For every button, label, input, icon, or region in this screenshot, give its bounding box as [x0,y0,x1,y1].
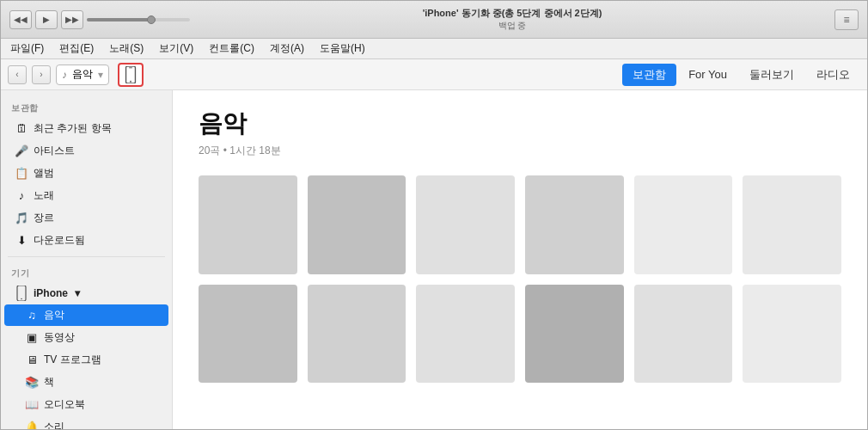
sidebar-item-tv-label: TV 프로그램 [44,353,101,367]
album-item-1[interactable] [199,175,297,274]
album-art-2 [308,175,406,274]
album-item-10[interactable] [525,285,624,384]
menu-help[interactable]: 도움말(H) [317,40,368,57]
tab-library[interactable]: 보관함 [622,64,676,86]
main-window: ◀◀ ▶ ▶▶ 'iPhone' 동기화 중(총 5단계 중에서 2단계) 백업… [0,0,868,430]
album-art-10 [525,285,624,384]
downloads-icon: ⬇ [15,234,28,248]
main-content: 보관합 🗓 최근 추가된 항목 🎤 아티스트 📋 앨범 ♪ 노래 🎵 장르 [1,90,867,429]
progress-area [87,18,190,22]
album-art-7 [199,285,297,384]
album-art-4 [525,175,624,274]
sync-title: 'iPhone' 동기화 중(총 5단계 중에서 2단계) [423,7,602,20]
album-item-11[interactable] [634,285,733,384]
sidebar-item-recent-label: 최근 추가된 항목 [34,121,112,136]
menu-account[interactable]: 계정(A) [267,40,307,57]
album-item-6[interactable] [743,175,841,274]
recent-icon: 🗓 [15,122,28,136]
sidebar-item-tv[interactable]: 🖥 TV 프로그램 [4,349,168,371]
sidebar-item-movies[interactable]: ▣ 동영상 [4,327,168,348]
album-item-8[interactable] [308,285,406,384]
menubar: 파일(F) 편집(E) 노래(S) 보기(V) 컨트롤(C) 계정(A) 도움말… [1,39,867,59]
album-item-4[interactable] [525,175,624,274]
nav-tabs: 보관함 For You 둘러보기 라디오 [622,64,860,86]
album-art-6 [743,175,841,274]
album-item-3[interactable] [416,175,515,274]
sidebar-item-audiobooks[interactable]: 📖 오디오북 [4,394,168,415]
sidebar-item-music[interactable]: ♫ 음악 [4,304,168,326]
album-art-3 [416,175,515,274]
sidebar-item-recent[interactable]: 🗓 최근 추가된 항목 [4,118,168,139]
album-item-7[interactable] [199,285,297,384]
sidebar-item-albums[interactable]: 📋 앨범 [4,163,168,184]
progress-bar[interactable] [87,18,190,22]
sidebar: 보관합 🗓 최근 추가된 항목 🎤 아티스트 📋 앨범 ♪ 노래 🎵 장르 [1,90,173,429]
sidebar-item-artists-label: 아티스트 [34,144,75,158]
sync-subtitle: 백업 중 [498,20,527,32]
svg-point-2 [130,80,131,82]
device-iphone-icon [15,286,28,300]
audiobooks-icon: 📖 [25,398,39,412]
titlebar-right: ≡ [834,9,859,30]
content-title: 음악 [199,108,841,140]
list-view-button[interactable]: ≡ [834,9,859,30]
toolbar: ‹ › ♪ 음악 ▾ 보관함 For You 둘러보기 라디오 [1,59,867,90]
sidebar-item-audiobooks-label: 오디오북 [44,397,85,412]
source-dropdown-icon: ▾ [98,69,103,81]
progress-thumb [147,15,156,24]
album-item-9[interactable] [416,285,515,384]
sidebar-item-tones[interactable]: 🔔 소리 [4,416,168,429]
album-item-5[interactable] [634,175,733,274]
music-note-icon: ♪ [62,69,67,81]
album-art-5 [634,175,733,274]
sidebar-device-iphone[interactable]: iPhone ▾ [4,283,168,304]
source-label: 음악 [72,67,93,82]
tones-icon: 🔔 [25,421,39,430]
sidebar-item-books-label: 책 [44,375,54,390]
playback-controls: ◀◀ ▶ ▶▶ [9,10,190,29]
menu-file[interactable]: 파일(F) [8,40,46,57]
rewind-button[interactable]: ◀◀ [9,10,32,29]
menu-song[interactable]: 노래(S) [107,40,146,57]
source-selector[interactable]: ♪ 음악 ▾ [56,64,109,85]
sidebar-item-downloads[interactable]: ⬇ 다운로드됨 [4,230,168,251]
menu-view[interactable]: 보기(V) [156,40,196,57]
section-divider-1 [8,256,165,257]
tab-for-you[interactable]: For You [678,64,737,84]
fast-forward-button[interactable]: ▶▶ [61,10,83,29]
sidebar-item-music-label: 음악 [44,308,64,322]
tab-browse[interactable]: 둘러보기 [739,64,804,86]
menu-edit[interactable]: 편집(E) [57,40,96,57]
sidebar-item-genres[interactable]: 🎵 장르 [4,207,168,229]
progress-fill [87,18,149,22]
menu-controls[interactable]: 컨트롤(C) [206,40,257,57]
nav-forward-button[interactable]: › [32,65,51,84]
sidebar-item-songs[interactable]: ♪ 노래 [4,185,168,206]
album-item-2[interactable] [308,175,406,274]
genres-icon: 🎵 [15,212,28,225]
album-art-8 [308,285,406,384]
play-button[interactable]: ▶ [35,10,58,29]
content-subtitle: 20곡 • 1시간 18분 [199,144,841,158]
nav-back-button[interactable]: ‹ [8,65,27,84]
iphone-icon [124,66,138,83]
expand-icon: ▾ [75,287,80,299]
album-item-12[interactable] [743,285,841,384]
device-button[interactable] [118,63,144,87]
sidebar-item-albums-label: 앨범 [34,166,54,181]
sidebar-item-songs-label: 노래 [34,188,54,203]
sidebar-item-books[interactable]: 📚 책 [4,372,168,393]
library-section-label: 보관합 [1,97,172,117]
albums-icon: 📋 [15,167,28,181]
device-name-label: iPhone [34,287,68,299]
sidebar-item-tones-label: 소리 [44,420,64,429]
music-library-icon: ♫ [25,309,39,322]
tab-radio[interactable]: 라디오 [806,64,860,86]
content-area: 음악 20곡 • 1시간 18분 [173,90,867,429]
titlebar: ◀◀ ▶ ▶▶ 'iPhone' 동기화 중(총 5단계 중에서 2단계) 백업… [1,1,867,39]
sidebar-item-movies-label: 동영상 [44,330,75,345]
sidebar-item-downloads-label: 다운로드됨 [34,233,85,248]
songs-icon: ♪ [15,189,28,203]
album-art-11 [634,285,733,384]
sidebar-item-artists[interactable]: 🎤 아티스트 [4,140,168,162]
